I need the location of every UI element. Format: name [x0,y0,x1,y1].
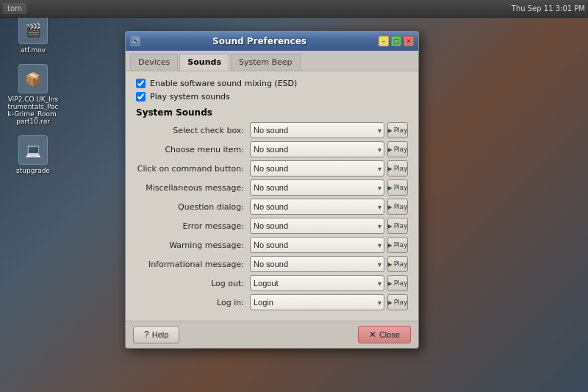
sound-select-informational-message[interactable]: No sound [250,256,384,272]
sound-select-miscellaneous-message[interactable]: No sound [250,179,384,196]
taskbar-app-label[interactable]: tom [3,3,26,14]
minimize-button[interactable]: – [379,36,389,46]
sound-row-choose-menu-item: Choose menu item: No sound ▶ Play [136,141,408,157]
play-button-log-in[interactable]: ▶ Play [387,294,408,310]
sound-label-error-message: Error message: [136,221,250,231]
sound-row-error-message: Error message: No sound ▶ Play [136,218,408,234]
desktop-icon-mov-img: 🎬 [18,15,48,44]
play-label-5: Play [394,222,408,229]
tab-bar: Devices Sounds System Beep [126,51,418,71]
sound-label-click-command-button: Click on command button: [136,164,250,174]
close-label: Close [379,330,400,339]
play-button-warning-message[interactable]: ▶ Play [387,237,408,253]
title-bar-app-icon: 🔊 [130,36,140,46]
sound-label-question-dialog: Question dialog: [136,202,250,212]
play-label-8: Play [394,279,408,287]
sound-label-log-in: Log in: [136,298,250,307]
title-bar: 🔊 Sound Preferences – □ ✕ [126,32,418,51]
help-button[interactable]: ? Help [133,326,179,343]
tab-system-beep[interactable]: System Beep [231,54,301,71]
play-button-select-check-box[interactable]: ▶ Play [387,122,408,138]
checkbox-enable-mixing[interactable] [136,79,146,88]
play-icon-2: ▶ [388,165,392,172]
close-button[interactable]: ✕ [404,36,414,46]
checkbox-play-system-row: Play system sounds [136,92,408,101]
play-button-choose-menu-item[interactable]: ▶ Play [387,141,408,157]
play-button-error-message[interactable]: ▶ Play [387,218,408,234]
sound-label-miscellaneous-message: Miscellaneous message: [136,183,250,193]
dialog-content: Enable software sound mixing (ESD) Play … [126,71,418,321]
checkbox-play-system[interactable] [136,92,146,101]
sound-row-question-dialog: Question dialog: No sound ▶ Play [136,199,408,215]
play-icon-7: ▶ [388,261,392,268]
play-label-1: Play [394,146,408,153]
sound-row-log-out: Log out: Logout ▶ Play [136,275,408,291]
section-title-system-sounds: System Sounds [136,107,408,118]
play-button-click-command-button[interactable]: ▶ Play [387,160,408,177]
desktop-icon-rar-label: ViP2.CO.UK_Instrumentals_Pack-Grime_Room… [7,96,59,125]
desktop-icon-upgrade[interactable]: 💻 stupgrade [7,135,59,174]
sound-row-log-in: Log in: Login ▶ Play [136,294,408,310]
play-label-0: Play [394,126,408,134]
sound-select-wrap-7: No sound [250,256,384,272]
dialog-title: Sound Preferences [140,36,379,46]
checkbox-play-system-label: Play system sounds [150,92,230,101]
sound-select-select-check-box[interactable]: No sound [250,122,384,138]
dialog-close-button[interactable]: ✕ Close [358,326,411,343]
play-label-4: Play [394,203,408,210]
desktop-icon-rar[interactable]: 📦 ViP2.CO.UK_Instrumentals_Pack-Grime_Ro… [7,64,59,125]
sound-row-informational-message: Informational message: No sound ▶ Play [136,256,408,272]
play-icon-0: ▶ [388,127,392,134]
sound-select-error-message[interactable]: No sound [250,218,384,234]
desktop-icon-mov-label: atf.mov [21,46,46,54]
maximize-button[interactable]: □ [391,36,401,46]
sound-label-warning-message: Warning message: [136,240,250,250]
play-button-miscellaneous-message[interactable]: ▶ Play [387,179,408,196]
sound-row-warning-message: Warning message: No sound ▶ Play [136,237,408,253]
play-icon-8: ▶ [388,280,392,287]
sound-select-choose-menu-item[interactable]: No sound [250,141,384,157]
desktop-icon-mov[interactable]: 🎬 atf.mov [7,15,59,54]
sound-preferences-dialog: 🔊 Sound Preferences – □ ✕ Devices Sounds… [125,31,419,349]
tab-sounds[interactable]: Sounds [179,54,229,71]
title-bar-buttons: – □ ✕ [379,36,414,46]
tab-devices[interactable]: Devices [130,54,178,71]
taskbar-left: tom [3,3,26,14]
sound-select-wrap-0: No sound [250,122,384,138]
checkbox-enable-mixing-label: Enable software sound mixing (ESD) [150,79,297,88]
play-label-6: Play [394,241,408,249]
play-label-9: Play [394,299,408,306]
taskbar-datetime: Thu Sep 11 3:01 PM [512,4,585,13]
sound-select-wrap-8: Logout [250,275,384,291]
sound-label-log-out: Log out: [136,279,250,288]
play-label-7: Play [394,260,408,268]
sound-select-log-in[interactable]: Login [250,294,384,310]
sound-select-wrap-3: No sound [250,179,384,196]
sound-select-wrap-9: Login [250,294,384,310]
desktop-icon-rar-img: 📦 [18,64,48,93]
help-label: Help [152,330,169,339]
sound-select-log-out[interactable]: Logout [250,275,384,291]
play-button-informational-message[interactable]: ▶ Play [387,256,408,272]
play-label-2: Play [394,165,408,172]
sound-select-wrap-1: No sound [250,141,384,157]
sound-select-wrap-5: No sound [250,218,384,234]
play-button-log-out[interactable]: ▶ Play [387,275,408,291]
desktop-icon-upgrade-img: 💻 [18,135,48,165]
dialog-footer: ? Help ✕ Close [126,321,418,348]
sound-select-warning-message[interactable]: No sound [250,237,384,253]
desktop-icons: 🎬 atf.mov 📦 ViP2.CO.UK_Instrumentals_Pac… [7,15,59,174]
sound-label-informational-message: Informational message: [136,260,250,269]
checkbox-enable-mixing-row: Enable software sound mixing (ESD) [136,79,408,88]
sound-select-question-dialog[interactable]: No sound [250,199,384,215]
close-icon: ✕ [369,329,376,340]
sound-row-select-check-box: Select check box: No sound ▶ Play [136,122,408,138]
help-icon: ? [144,329,149,340]
play-icon-3: ▶ [388,185,392,191]
sound-row-click-command-button: Click on command button: No sound ▶ Play [136,160,408,177]
play-icon-4: ▶ [388,204,392,210]
play-button-question-dialog[interactable]: ▶ Play [387,199,408,215]
sound-select-click-command-button[interactable]: No sound [250,160,384,177]
desktop-icon-upgrade-label: stupgrade [16,167,50,174]
play-icon-9: ▶ [388,299,392,306]
